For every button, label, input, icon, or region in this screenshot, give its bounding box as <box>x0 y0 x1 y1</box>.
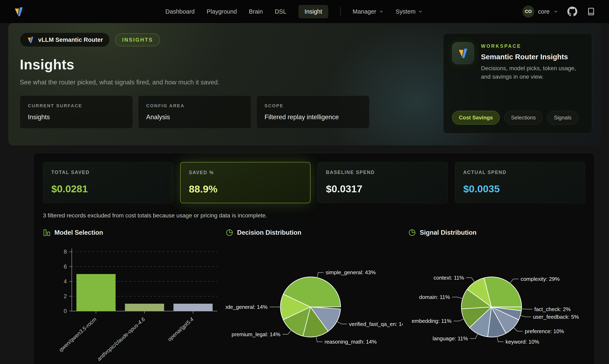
app-badge-label: vLLM Semantic Router <box>38 37 103 43</box>
context-card-value: Filtered replay intelligence <box>264 113 361 121</box>
nav-item-insight[interactable]: Insight <box>298 5 328 18</box>
context-card-label: CURRENT SURFACE <box>28 103 125 108</box>
nav-right: CO core <box>522 6 596 17</box>
stat-label: SAVED % <box>189 170 302 175</box>
stat-value: $0.0035 <box>463 183 577 195</box>
github-button[interactable] <box>567 7 577 16</box>
svg-text:complexity: 29%: complexity: 29% <box>521 276 560 282</box>
hero-panel: vLLM Semantic Router INSIGHTS Insights S… <box>8 23 601 145</box>
vllm-logo-icon <box>457 47 469 59</box>
workspace-card: WORKSPACE Semantic Router Insights Decis… <box>443 33 592 133</box>
book-icon <box>586 7 596 16</box>
nav-item-brain[interactable]: Brain <box>249 8 263 15</box>
pie-chart-icon <box>225 229 233 236</box>
model-selection-chart: Model Selection 02468qwen/qwen3.5-rocman… <box>43 229 220 364</box>
svg-text:context: 11%: context: 11% <box>434 275 464 281</box>
vllm-logo-icon[interactable] <box>13 6 24 17</box>
docs-button[interactable] <box>586 7 596 16</box>
svg-text:preference: 10%: preference: 10% <box>525 328 564 334</box>
workspace-app-tile <box>452 42 474 64</box>
nav-menu-system-label: System <box>396 8 416 15</box>
svg-text:premium_legal: 14%: premium_legal: 14% <box>232 331 280 338</box>
svg-text:2: 2 <box>64 293 67 299</box>
workspace-tags: Cost Savings Selections Signals <box>452 111 578 125</box>
nav-menu-manager-label: Manager <box>353 8 376 15</box>
avatar: CO <box>522 6 534 17</box>
decision-distribution-chart: Decision Distribution simple_general: 43… <box>225 229 403 364</box>
context-card-value: Insights <box>28 113 125 121</box>
svg-text:keyword: 10%: keyword: 10% <box>506 339 539 345</box>
nav-item-playground[interactable]: Playground <box>207 8 237 15</box>
tag-cost-savings[interactable]: Cost Savings <box>452 111 500 125</box>
workspace-eyebrow: WORKSPACE <box>481 43 578 49</box>
bar-chart-icon <box>43 229 51 236</box>
section-badge: INSIGHTS <box>115 33 160 46</box>
stat-card-total-saved: TOTAL SAVED $0.0281 <box>43 162 173 203</box>
svg-text:embedding: 11%: embedding: 11% <box>412 318 452 324</box>
svg-text:qwen/qwen3.5-rocm: qwen/qwen3.5-rocm <box>58 316 98 353</box>
top-nav: Dashboard Playground Brain DSL Insight M… <box>0 0 609 23</box>
stat-card-baseline-spend: BASELINE SPEND $0.0317 <box>318 162 448 203</box>
context-card-scope: SCOPE Filtered replay intelligence <box>256 95 369 129</box>
filtered-records-note: 3 filtered records excluded from cost to… <box>43 212 585 219</box>
stat-cards: TOTAL SAVED $0.0281 SAVED % 88.9% BASELI… <box>43 162 585 203</box>
model-selection-plot[interactable]: 02468qwen/qwen3.5-rocmanthropic/claude-o… <box>43 239 220 364</box>
stat-label: BASELINE SPEND <box>326 170 439 175</box>
svg-text:reasoning_math: 14%: reasoning_math: 14% <box>324 339 377 345</box>
chevron-down-icon <box>553 9 558 14</box>
pie-chart-icon <box>408 229 416 236</box>
svg-text:openai/gpt5.4: openai/gpt5.4 <box>166 316 195 342</box>
stat-value: $0.0281 <box>51 183 165 195</box>
svg-text:language: 11%: language: 11% <box>432 335 468 342</box>
svg-text:anthropic/claude-opus-4.6: anthropic/claude-opus-4.6 <box>96 316 146 362</box>
context-card-label: CONFIG AREA <box>146 103 243 108</box>
tag-selections[interactable]: Selections <box>504 111 543 125</box>
chart-title: Decision Distribution <box>237 229 301 236</box>
stat-label: TOTAL SAVED <box>51 170 165 175</box>
svg-text:fact_check: 2%: fact_check: 2% <box>534 306 571 312</box>
signal-distribution-plot[interactable]: complexity: 29%context: 11%domain: 11%em… <box>408 239 585 364</box>
vllm-logo-icon <box>27 36 34 44</box>
workspace-description: Decisions, model picks, token usage, and… <box>481 64 578 81</box>
svg-text:verified_fast_qa_en: 14%: verified_fast_qa_en: 14% <box>349 321 403 327</box>
stat-card-actual-spend: ACTUAL SPEND $0.0035 <box>455 162 585 203</box>
context-card-current-surface: CURRENT SURFACE Insights <box>20 95 133 129</box>
nav-item-dashboard[interactable]: Dashboard <box>165 8 195 15</box>
tag-signals[interactable]: Signals <box>547 111 578 125</box>
context-card-label: SCOPE <box>264 103 361 108</box>
github-icon <box>567 7 577 16</box>
nav-menu-system[interactable]: System <box>396 8 423 15</box>
account-name: core <box>538 8 550 15</box>
account-menu[interactable]: CO core <box>522 6 558 17</box>
svg-text:0: 0 <box>64 308 67 314</box>
insights-panel: TOTAL SAVED $0.0281 SAVED % 88.9% BASELI… <box>34 153 594 364</box>
stat-value: $0.0317 <box>326 183 439 195</box>
chart-title: Model Selection <box>55 229 103 236</box>
stat-label: ACTUAL SPEND <box>463 170 577 175</box>
context-card-config-area: CONFIG AREA Analysis <box>138 95 251 129</box>
chevron-down-icon <box>418 9 423 14</box>
svg-text:simple_general: 43%: simple_general: 43% <box>326 269 376 275</box>
svg-text:_code_general: 14%: _code_general: 14% <box>225 304 268 310</box>
nav-menu-manager[interactable]: Manager <box>353 8 384 15</box>
workspace-title: Semantic Router Insights <box>481 53 578 61</box>
svg-text:4: 4 <box>64 278 67 285</box>
charts-row: Model Selection 02468qwen/qwen3.5-rocman… <box>43 229 585 364</box>
svg-text:user_feedback: 5%: user_feedback: 5% <box>533 314 579 320</box>
context-card-value: Analysis <box>146 113 243 121</box>
chevron-down-icon <box>379 9 384 14</box>
app-badge[interactable]: vLLM Semantic Router <box>20 33 110 47</box>
svg-text:8: 8 <box>64 249 67 255</box>
signal-distribution-chart: Signal Distribution complexity: 29%conte… <box>408 229 585 364</box>
chart-title: Signal Distribution <box>420 229 477 236</box>
svg-text:6: 6 <box>64 263 67 270</box>
svg-text:domain: 11%: domain: 11% <box>419 294 450 300</box>
stat-value: 88.9% <box>189 183 302 195</box>
nav-items: Dashboard Playground Brain DSL Insight M… <box>165 5 423 18</box>
nav-divider <box>340 7 341 16</box>
decision-distribution-plot[interactable]: simple_general: 43%_code_general: 14%pre… <box>225 239 403 364</box>
nav-item-dsl[interactable]: DSL <box>275 8 286 15</box>
stat-card-saved-percent: SAVED % 88.9% <box>180 162 310 203</box>
